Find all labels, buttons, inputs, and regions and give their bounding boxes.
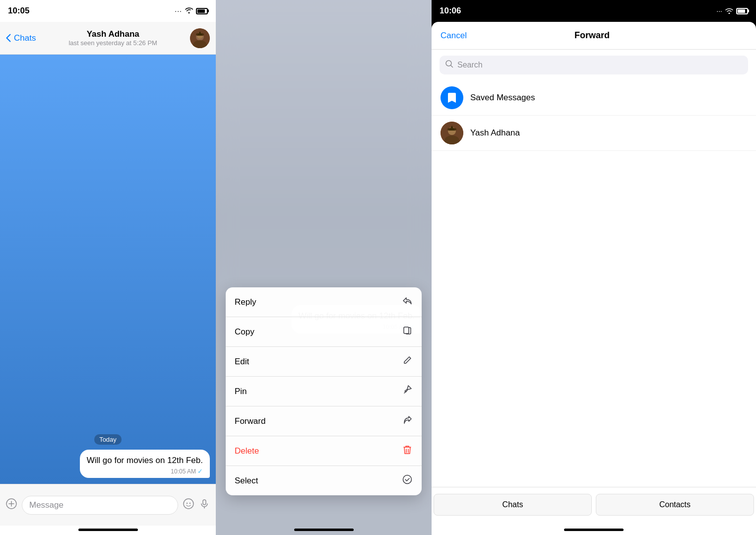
forward-icon [402, 414, 413, 428]
forward-cancel-button[interactable]: Cancel [441, 31, 467, 41]
saved-messages-avatar [441, 86, 463, 109]
sticker-button[interactable] [183, 498, 194, 512]
select-label: Select [235, 476, 258, 486]
forward-wifi-icon [725, 8, 733, 14]
edit-label: Edit [235, 357, 249, 367]
forward-status-icons: ··· [716, 7, 748, 15]
forward-tab-contacts[interactable]: Contacts [596, 494, 754, 516]
chat-panel: 10:05 ··· Chats [0, 0, 216, 535]
delete-label: Delete [235, 446, 259, 456]
svg-point-9 [189, 503, 190, 504]
context-menu-edit[interactable]: Edit [226, 347, 422, 377]
svg-rect-10 [203, 500, 206, 505]
context-menu-select[interactable]: Select [226, 466, 422, 495]
reply-icon [402, 295, 413, 309]
context-menu-copy[interactable]: Copy [226, 317, 422, 347]
context-menu-delete[interactable]: Delete [226, 436, 422, 466]
delete-icon [402, 444, 413, 458]
avatar-image [190, 28, 210, 48]
message-meta: 10:05 AM ✓ [87, 468, 203, 475]
pin-label: Pin [235, 387, 247, 397]
context-menu-pin[interactable]: Pin [226, 377, 422, 406]
message-tick: ✓ [197, 468, 203, 475]
context-menu: Reply Copy Edit [226, 287, 422, 495]
wifi-icon [185, 6, 193, 15]
forward-tab-contacts-label: Contacts [659, 500, 691, 509]
svg-rect-13 [404, 327, 409, 334]
svg-point-15 [403, 475, 412, 484]
svg-point-7 [184, 499, 193, 509]
forward-battery-icon [736, 8, 748, 14]
home-indicator [78, 529, 138, 531]
message-time: 10:05 AM [171, 468, 196, 475]
forward-panel: 10:06 ··· Cancel Forward [432, 0, 756, 535]
contact-avatar[interactable] [190, 28, 210, 48]
pin-icon [402, 385, 413, 398]
chat-input-bar: Message [0, 484, 216, 526]
forward-sheet: Cancel Forward Search [432, 22, 756, 535]
saved-messages-label: Saved Messages [470, 93, 535, 103]
forward-contact-saved-messages[interactable]: Saved Messages [432, 80, 756, 116]
battery-icon [196, 8, 208, 14]
forward-signal-icon: ··· [716, 7, 722, 15]
forward-search-icon [445, 60, 453, 70]
forward-title: Forward [574, 30, 610, 41]
attach-button[interactable] [6, 498, 17, 512]
context-home-indicator [294, 529, 354, 531]
forward-tab-chats-label: Chats [503, 500, 523, 509]
select-icon [402, 474, 413, 487]
reply-label: Reply [235, 297, 256, 307]
forward-label: Forward [235, 416, 265, 426]
forward-search-bar[interactable]: Search [440, 56, 748, 74]
chat-back-button[interactable]: Chats [6, 33, 36, 43]
mic-button[interactable] [199, 498, 210, 512]
message-placeholder: Message [29, 500, 63, 510]
context-menu-reply[interactable]: Reply [226, 287, 422, 317]
chat-status-bar: 10:05 ··· [0, 0, 216, 22]
chat-status-icons: ··· [175, 6, 208, 15]
forward-header: Cancel Forward [432, 22, 756, 50]
forward-contact-list: Saved Messages Yash Adhana [432, 80, 756, 487]
chat-status-time: 10:05 [8, 6, 29, 16]
message-input[interactable]: Message [22, 496, 178, 515]
forward-contact-yash[interactable]: Yash Adhana [432, 116, 756, 151]
chat-header-center: Yash Adhana last seen yesterday at 5:26 … [40, 29, 186, 47]
svg-point-8 [187, 503, 188, 504]
forward-home-indicator [564, 529, 624, 531]
date-badge: Today [6, 434, 210, 445]
chat-body: Today Will go for movies on 12th Feb. 10… [0, 55, 216, 484]
yash-avatar [441, 122, 463, 144]
forward-status-time: 10:06 [440, 6, 461, 16]
chat-header: Chats Yash Adhana last seen yesterday at… [0, 22, 216, 55]
yash-adhana-label: Yash Adhana [470, 128, 520, 138]
forward-status-bar: 10:06 ··· [432, 0, 756, 22]
forward-tab-chats[interactable]: Chats [434, 494, 592, 516]
message-bubble[interactable]: Will go for movies on 12th Feb. 10:05 AM… [80, 450, 210, 478]
forward-bottom-tabs: Chats Contacts [432, 487, 756, 527]
contact-name: Yash Adhana [87, 29, 139, 39]
copy-label: Copy [235, 327, 254, 337]
message-text: Will go for movies on 12th Feb. [87, 456, 203, 465]
context-menu-panel: Will go for movies on 12th Feb. 10:05 AM… [216, 0, 432, 535]
contact-status: last seen yesterday at 5:26 PM [68, 39, 157, 47]
signal-icon: ··· [175, 7, 182, 15]
edit-icon [402, 355, 413, 368]
back-label: Chats [14, 33, 36, 43]
svg-point-16 [446, 61, 451, 66]
copy-icon [402, 325, 413, 338]
forward-search-placeholder: Search [457, 61, 483, 69]
context-menu-forward[interactable]: Forward [226, 406, 422, 436]
